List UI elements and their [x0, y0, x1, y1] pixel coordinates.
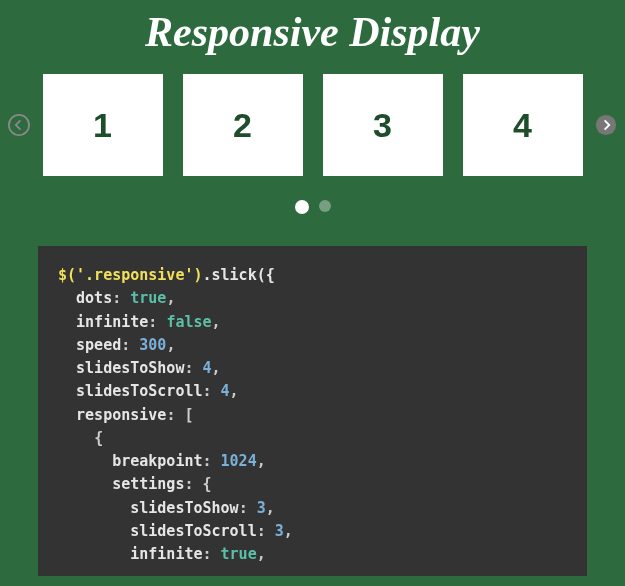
pagination-dots [0, 200, 625, 214]
page-title: Responsive Display [0, 0, 625, 74]
slide[interactable]: 1 [43, 74, 163, 176]
dot[interactable] [319, 200, 331, 212]
prev-arrow-icon[interactable] [8, 114, 30, 136]
next-arrow-icon[interactable] [595, 114, 617, 136]
code-content: $('.responsive').slick({ dots: true, inf… [58, 264, 567, 566]
svg-point-0 [9, 115, 29, 135]
slide[interactable]: 2 [183, 74, 303, 176]
carousel: 1 2 3 4 [0, 74, 625, 176]
slide[interactable]: 3 [323, 74, 443, 176]
slides-track: 1 2 3 4 [38, 74, 587, 176]
slide[interactable]: 4 [463, 74, 583, 176]
svg-point-1 [596, 115, 616, 135]
code-example: $('.responsive').slick({ dots: true, inf… [38, 246, 587, 576]
dot[interactable] [295, 200, 309, 214]
